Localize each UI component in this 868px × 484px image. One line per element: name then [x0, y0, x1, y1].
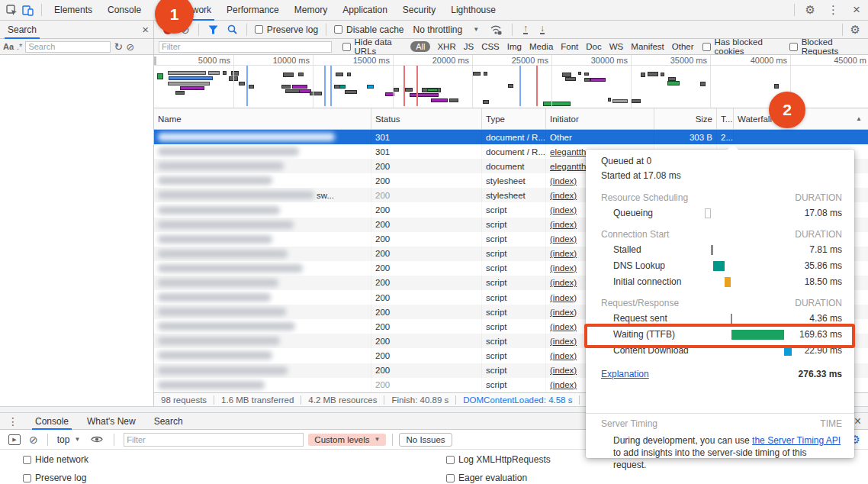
- hide-network-checkbox[interactable]: Hide network: [23, 452, 88, 467]
- overview-request-bar: [431, 98, 448, 102]
- initiator-link[interactable]: (index): [550, 322, 577, 331]
- network-filter-input[interactable]: [159, 41, 332, 53]
- initiator-link[interactable]: (index): [550, 220, 577, 229]
- filter-type-font[interactable]: Font: [561, 42, 578, 51]
- inspect-element-icon[interactable]: [6, 5, 18, 16]
- column-header-time[interactable]: T...: [717, 108, 734, 129]
- device-toolbar-icon[interactable]: [22, 5, 34, 16]
- regex-toggle[interactable]: .*: [17, 42, 22, 51]
- initiator-link[interactable]: (index): [550, 249, 577, 258]
- drawer-menu-icon[interactable]: ⋮: [0, 415, 26, 428]
- request-name-cell: [154, 348, 371, 363]
- tab-elements[interactable]: Elements: [47, 0, 100, 21]
- filter-type-css[interactable]: CSS: [481, 42, 500, 51]
- server-timing-api-link[interactable]: the Server Timing API: [752, 435, 841, 446]
- column-header-status[interactable]: Status: [371, 108, 482, 129]
- initiator-link[interactable]: (index): [550, 308, 577, 317]
- filter-type-js[interactable]: JS: [464, 42, 474, 51]
- filter-type-doc[interactable]: Doc: [586, 42, 601, 51]
- filter-type-ws[interactable]: WS: [609, 42, 624, 51]
- network-conditions-icon[interactable]: [485, 24, 507, 35]
- request-name-cell: [154, 247, 371, 261]
- match-case-toggle[interactable]: Aa: [3, 42, 14, 51]
- overview-request-bar: [667, 81, 680, 86]
- disable-cache-checkbox[interactable]: Disable cache: [331, 24, 407, 35]
- initiator-link[interactable]: (index): [550, 380, 577, 389]
- status-cell: 301: [371, 144, 482, 159]
- close-devtools-icon[interactable]: ×: [845, 2, 868, 18]
- filter-type-manifest[interactable]: Manifest: [631, 42, 664, 51]
- filter-type-xhr[interactable]: XHR: [437, 42, 455, 51]
- network-overview-timeline[interactable]: 5000 ms10000 ms15000 ms20000 ms25000 ms3…: [154, 55, 868, 108]
- initiator-link[interactable]: (index): [550, 366, 577, 375]
- request-name-redacted: [158, 264, 303, 273]
- drawer-tab-console[interactable]: Console: [26, 413, 78, 430]
- has-blocked-cookies-checkbox[interactable]: Has blocked cookies: [698, 37, 785, 56]
- console-filter-input[interactable]: [124, 433, 304, 447]
- overview-request-bar: [180, 86, 204, 90]
- initiator-link[interactable]: elegantthe: [550, 147, 591, 156]
- log-xmlhttprequests-checkbox[interactable]: Log XMLHttpRequests: [446, 452, 551, 467]
- request-row[interactable]: 301document / R...Other303 B2...: [154, 130, 868, 144]
- ruler-handle[interactable]: [154, 56, 156, 65]
- search-input[interactable]: [25, 41, 111, 53]
- timing-value: 35.86 ms: [805, 258, 842, 274]
- custom-levels-dropdown[interactable]: Custom levels ▼: [308, 434, 386, 446]
- tab-application[interactable]: Application: [335, 0, 395, 21]
- initiator-link[interactable]: (index): [550, 205, 577, 215]
- settings-gear-icon[interactable]: ⚙: [799, 3, 821, 17]
- network-settings-gear-icon[interactable]: ⚙: [847, 23, 863, 37]
- clear-search-icon[interactable]: ⊘: [126, 41, 134, 53]
- filter-type-img[interactable]: Img: [507, 42, 522, 51]
- initiator-link[interactable]: (index): [550, 234, 577, 244]
- column-header-initiator[interactable]: Initiator: [546, 108, 654, 129]
- preserve-log-checkbox[interactable]: Preserve log: [252, 24, 321, 35]
- more-menu-icon[interactable]: ⋮: [821, 3, 845, 17]
- request-name-redacted: [158, 250, 288, 258]
- clear-console-icon[interactable]: ⊘: [24, 434, 43, 446]
- tab-console[interactable]: Console: [100, 0, 149, 21]
- search-panel-close-icon[interactable]: ×: [142, 23, 149, 36]
- filter-type-media[interactable]: Media: [529, 42, 553, 51]
- initiator-link[interactable]: elegantthe: [550, 162, 591, 171]
- search-panel-tab[interactable]: Search: [5, 21, 40, 39]
- search-network-icon[interactable]: [223, 24, 242, 34]
- export-har-icon[interactable]: ↓: [540, 24, 545, 34]
- filter-funnel-icon[interactable]: [204, 25, 223, 34]
- live-expression-eye-icon[interactable]: [85, 435, 109, 444]
- filter-all-pill[interactable]: All: [410, 41, 430, 52]
- refresh-icon[interactable]: ↻: [114, 40, 123, 53]
- initiator-link[interactable]: (index): [550, 191, 577, 200]
- initiator-link[interactable]: (index): [550, 293, 577, 302]
- no-issues-button[interactable]: No Issues: [399, 433, 452, 447]
- column-header-type[interactable]: Type: [482, 108, 546, 129]
- request-name-redacted: [158, 191, 314, 199]
- hide-data-urls-checkbox[interactable]: Hide data URLs: [339, 37, 408, 56]
- initiator-link[interactable]: (index): [550, 337, 577, 346]
- column-header-name[interactable]: Name: [154, 108, 371, 129]
- tab-lighthouse[interactable]: Lighthouse: [443, 0, 503, 21]
- explanation-link[interactable]: Explanation: [601, 369, 649, 379]
- execution-context-dropdown[interactable]: top ▼: [53, 434, 85, 445]
- blocked-requests-checkbox[interactable]: Blocked Requests: [785, 37, 863, 56]
- type-cell: script: [482, 305, 546, 319]
- throttling-dropdown[interactable]: No throttling ▼: [407, 24, 485, 35]
- drawer-tab-search[interactable]: Search: [145, 413, 192, 430]
- initiator-link[interactable]: (index): [550, 351, 577, 360]
- eager-evaluation-checkbox[interactable]: Eager evaluation: [446, 470, 551, 484]
- overview-request-bar: [632, 99, 641, 103]
- filter-type-other[interactable]: Other: [672, 42, 694, 51]
- import-har-icon[interactable]: ↑: [523, 24, 528, 34]
- initiator-link[interactable]: (index): [550, 278, 577, 287]
- drawer-tab-what-s-new[interactable]: What's New: [78, 413, 145, 430]
- tab-memory[interactable]: Memory: [287, 0, 335, 21]
- console-sidebar-icon[interactable]: ▶: [8, 434, 21, 445]
- preserve-log-checkbox[interactable]: Preserve log: [23, 470, 88, 484]
- tab-performance[interactable]: Performance: [219, 0, 287, 21]
- devtools-tab-bar: ElementsConsoleSNetworkPerformanceMemory…: [0, 0, 868, 21]
- timing-label: Stalled: [613, 244, 641, 255]
- initiator-link[interactable]: (index): [550, 263, 577, 273]
- initiator-link[interactable]: (index): [550, 176, 577, 186]
- tab-security[interactable]: Security: [395, 0, 443, 21]
- column-header-size[interactable]: Size: [654, 108, 717, 129]
